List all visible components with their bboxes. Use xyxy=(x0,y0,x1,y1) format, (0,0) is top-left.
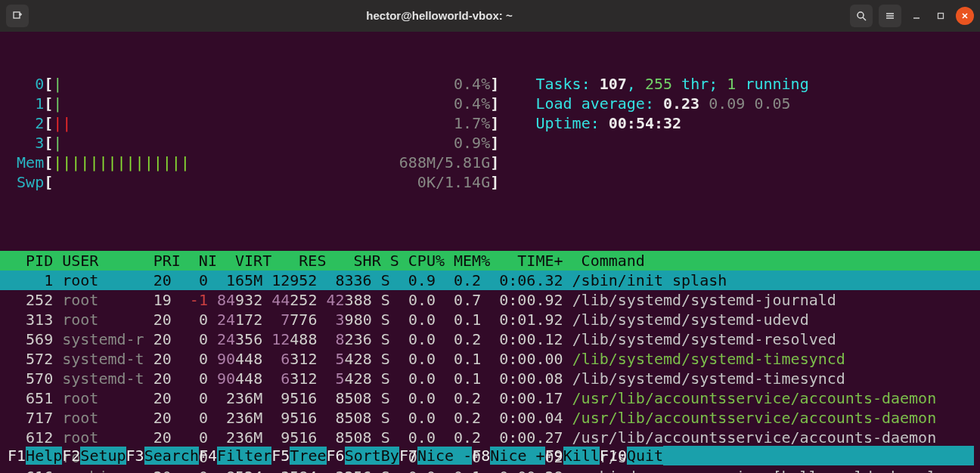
mem-bar: Mem[||||||||||||||| 688M/5.81G] xyxy=(8,153,972,172)
fkey-F3[interactable]: F3Search xyxy=(126,446,199,465)
svg-point-3 xyxy=(858,12,864,18)
terminal-output[interactable]: 0[| 0.4%] Tasks: 107, 255 thr; 1 running… xyxy=(0,32,980,473)
svg-rect-0 xyxy=(14,12,20,18)
close-icon xyxy=(961,12,969,20)
minimize-button[interactable] xyxy=(907,7,926,25)
process-row[interactable]: 612 root 20 0 236M 9516 8508 S 0.0 0.2 0… xyxy=(8,428,972,447)
menu-button[interactable] xyxy=(879,5,901,27)
cpu-bar-2: 2[|| 1.7%] Uptime: 00:54:32 xyxy=(8,113,972,133)
footer-filler xyxy=(663,446,974,465)
maximize-button[interactable] xyxy=(932,7,950,25)
close-button[interactable] xyxy=(956,7,974,25)
fkey-F1[interactable]: F1Help xyxy=(8,446,62,465)
svg-line-4 xyxy=(863,17,866,20)
cpu-bar-0: 0[| 0.4%] Tasks: 107, 255 thr; 1 running xyxy=(8,74,972,94)
svg-rect-9 xyxy=(938,14,944,19)
hamburger-icon xyxy=(885,11,895,21)
fkey-F10[interactable]: F10Quit xyxy=(600,446,663,465)
new-tab-icon xyxy=(12,11,23,21)
process-row[interactable]: 313 root 20 0 24172 7776 3980 S 0.0 0.1 … xyxy=(8,310,972,329)
process-row[interactable]: 1 root 20 0 165M 12952 8336 S 0.9 0.2 0:… xyxy=(0,271,980,290)
search-button[interactable] xyxy=(850,5,873,27)
process-row[interactable]: 570 systemd-t 20 0 90448 6312 5428 S 0.0… xyxy=(8,369,972,388)
new-tab-button[interactable] xyxy=(6,5,29,27)
cpu-bar-1: 1[| 0.4%] Load average: 0.23 0.09 0.05 xyxy=(8,94,972,113)
fkey-F8[interactable]: F8Nice + xyxy=(472,446,544,465)
fkey-F9[interactable]: F9Kill xyxy=(545,446,600,465)
cpu-bar-3: 3[| 0.9%] xyxy=(8,133,972,153)
process-row[interactable]: 569 systemd-r 20 0 24356 12488 8236 S 0.… xyxy=(8,329,972,349)
swp-bar: Swp[ 0K/1.14G] xyxy=(8,172,972,192)
fkey-F4[interactable]: F4Filter xyxy=(199,446,271,465)
process-row[interactable]: 717 root 20 0 236M 9516 8508 S 0.0 0.2 0… xyxy=(8,408,972,428)
fkey-F2[interactable]: F2Setup xyxy=(62,446,126,465)
fkey-F5[interactable]: F5Tree xyxy=(271,446,326,465)
process-row[interactable]: 572 systemd-t 20 0 90448 6312 5428 S 0.0… xyxy=(8,349,972,369)
fkey-F7[interactable]: F7Nice - xyxy=(399,446,472,465)
window-titlebar: hector@helloworld-vbox: ~ xyxy=(0,0,980,32)
process-row[interactable]: 252 root 19 -1 84932 44252 42388 S 0.0 0… xyxy=(8,290,972,310)
process-row[interactable]: 651 root 20 0 236M 9516 8508 S 0.0 0.2 0… xyxy=(8,388,972,408)
fkey-F6[interactable]: F6SortBy xyxy=(327,446,399,465)
function-key-bar: F1Help F2Setup F3SearchF4FilterF5Tree F6… xyxy=(8,446,974,465)
process-row[interactable]: 616 avahi 20 0 8524 3584 3256 S 0.0 0.1 … xyxy=(8,467,972,473)
maximize-icon xyxy=(937,12,944,20)
search-icon xyxy=(856,11,867,21)
minimize-icon xyxy=(913,12,920,20)
window-title: hector@helloworld-vbox: ~ xyxy=(29,6,850,26)
process-table-header[interactable]: PID USER PRI NI VIRT RES SHR S CPU% MEM%… xyxy=(0,251,980,271)
